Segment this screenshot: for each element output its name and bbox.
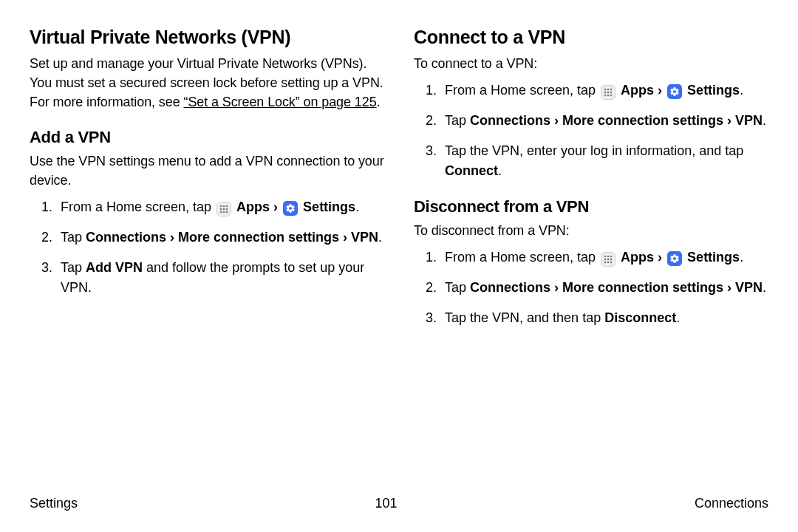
disconnect-vpn-step-2: Tap Connections › More connection settin… xyxy=(440,278,768,298)
disconnect-vpn-step-1: From a Home screen, tap Apps › Settings. xyxy=(440,248,768,267)
svg-point-20 xyxy=(610,256,613,258)
screen-lock-link[interactable]: “Set a Screen Lock” on page 125 xyxy=(183,95,376,109)
vpn-intro: Set up and manage your Virtual Private N… xyxy=(30,54,384,112)
connect-vpn-heading: Connect to a VPN xyxy=(414,27,768,48)
arrow: › xyxy=(654,83,666,98)
two-column-layout: Virtual Private Networks (VPN) Set up an… xyxy=(30,27,768,338)
add-vpn-step-3: Tap Add VPN and follow the prompts to se… xyxy=(56,258,384,298)
settings-label: Settings xyxy=(687,250,740,265)
svg-point-6 xyxy=(220,211,222,214)
add-vpn-heading: Add a VPN xyxy=(30,128,384,147)
footer-left: Settings xyxy=(30,496,78,511)
apps-icon xyxy=(601,85,615,100)
arrow: › xyxy=(270,200,282,214)
disconnect-vpn-heading: Disconnect from a VPN xyxy=(414,197,768,216)
svg-point-17 xyxy=(610,95,613,97)
disconnect-bold: Disconnect xyxy=(604,310,676,325)
step-text: From a Home screen, tap xyxy=(61,200,215,214)
svg-point-23 xyxy=(610,259,613,261)
svg-point-16 xyxy=(607,95,610,97)
nav-path: Connections › More connection settings ›… xyxy=(470,113,763,128)
period: . xyxy=(740,83,743,98)
disconnect-vpn-step-3: Tap the VPN, and then tap Disconnect. xyxy=(440,308,768,328)
step-text: Tap xyxy=(445,113,470,128)
disconnect-vpn-intro: To disconnect from a VPN: xyxy=(414,221,768,240)
apps-icon xyxy=(216,202,231,216)
period: . xyxy=(763,280,766,295)
svg-point-19 xyxy=(607,256,610,258)
arrow: › xyxy=(654,250,666,265)
disconnect-vpn-steps: From a Home screen, tap Apps › Settings.… xyxy=(414,248,768,328)
settings-icon xyxy=(283,201,298,216)
add-vpn-step-2: Tap Connections › More connection settin… xyxy=(56,228,384,248)
svg-point-18 xyxy=(604,256,607,258)
svg-point-25 xyxy=(607,262,610,264)
connect-vpn-steps: From a Home screen, tap Apps › Settings.… xyxy=(414,81,768,181)
right-column: Connect to a VPN To connect to a VPN: Fr… xyxy=(414,27,768,338)
step-text: From a Home screen, tap xyxy=(445,250,599,265)
vpn-intro-end: . xyxy=(377,95,381,109)
period: . xyxy=(355,200,359,214)
apps-icon xyxy=(601,252,615,267)
footer-right: Connections xyxy=(695,496,768,511)
svg-point-12 xyxy=(604,92,607,94)
settings-icon xyxy=(667,84,682,99)
svg-point-0 xyxy=(220,205,222,208)
period: . xyxy=(763,113,766,128)
period: . xyxy=(498,163,502,178)
settings-icon xyxy=(667,251,682,266)
settings-label: Settings xyxy=(687,83,740,98)
left-column: Virtual Private Networks (VPN) Set up an… xyxy=(30,27,384,338)
svg-point-2 xyxy=(226,205,228,208)
svg-point-3 xyxy=(220,208,222,211)
apps-label: Apps xyxy=(236,200,270,214)
vpn-heading: Virtual Private Networks (VPN) xyxy=(30,27,384,48)
period: . xyxy=(676,310,680,325)
step-text: Tap xyxy=(445,280,470,295)
page-footer: Settings 101 Connections xyxy=(30,496,768,511)
connect-vpn-step-2: Tap Connections › More connection settin… xyxy=(440,111,768,131)
svg-point-22 xyxy=(607,259,610,261)
svg-point-15 xyxy=(604,95,607,97)
step-text: From a Home screen, tap xyxy=(445,83,599,98)
add-vpn-intro: Use the VPN settings menu to add a VPN c… xyxy=(30,151,384,190)
svg-point-26 xyxy=(610,262,613,264)
connect-vpn-step-3: Tap the VPN, enter your log in informati… xyxy=(440,141,768,181)
manual-page: Virtual Private Networks (VPN) Set up an… xyxy=(0,0,798,532)
period: . xyxy=(378,230,382,245)
connect-vpn-intro: To connect to a VPN: xyxy=(414,54,768,73)
connect-bold: Connect xyxy=(445,163,498,178)
apps-label: Apps xyxy=(621,83,654,98)
period: . xyxy=(740,250,743,265)
svg-point-11 xyxy=(610,89,613,91)
svg-point-24 xyxy=(604,262,607,264)
svg-point-7 xyxy=(223,211,225,214)
svg-point-21 xyxy=(604,259,607,261)
svg-point-5 xyxy=(226,208,228,211)
settings-label: Settings xyxy=(303,200,355,214)
connect-vpn-step-1: From a Home screen, tap Apps › Settings. xyxy=(440,81,768,100)
svg-point-13 xyxy=(607,92,610,94)
step-text: Tap the VPN, enter your log in informati… xyxy=(445,143,743,158)
svg-point-14 xyxy=(610,92,613,94)
nav-path: Connections › More connection settings ›… xyxy=(470,280,763,295)
step-text: Tap xyxy=(61,230,86,245)
svg-point-10 xyxy=(607,89,610,91)
svg-point-4 xyxy=(223,208,225,211)
add-vpn-steps: From a Home screen, tap Apps › Settings.… xyxy=(30,197,384,298)
svg-point-1 xyxy=(223,205,225,208)
svg-point-9 xyxy=(604,89,607,91)
step-text: Tap the VPN, and then tap xyxy=(445,310,604,325)
nav-path: Connections › More connection settings ›… xyxy=(86,230,378,245)
add-vpn-bold: Add VPN xyxy=(86,260,143,275)
add-vpn-step-1: From a Home screen, tap Apps › Settings. xyxy=(56,197,384,217)
step-text: Tap xyxy=(61,260,86,275)
footer-page-number: 101 xyxy=(375,496,397,511)
svg-point-8 xyxy=(226,211,228,214)
apps-label: Apps xyxy=(621,250,654,265)
